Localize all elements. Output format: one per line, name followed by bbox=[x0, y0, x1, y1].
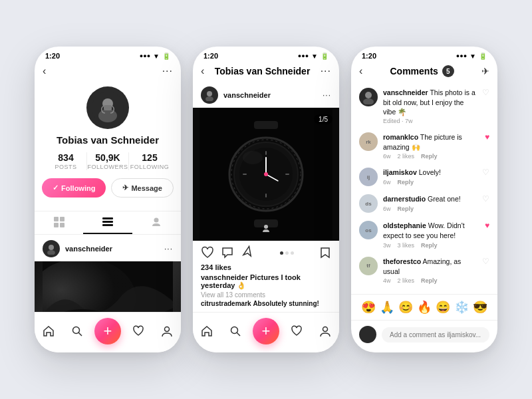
back-button-2[interactable]: ‹ bbox=[201, 65, 204, 77]
comment-avatar-oldstephanie: os bbox=[359, 221, 378, 239]
emoji-cool[interactable]: 😎 bbox=[473, 300, 487, 315]
phones-container: 1:20 ●●● ▼ 🔋 ‹ ··· bbox=[21, 33, 511, 366]
tab-grid[interactable] bbox=[35, 211, 83, 234]
message-button[interactable]: ✈ Message bbox=[111, 178, 173, 198]
comment-avatar-iljamiskov: ij bbox=[359, 168, 378, 186]
svg-point-11 bbox=[154, 218, 159, 223]
nav-profile-1[interactable] bbox=[156, 321, 178, 342]
comment-text-5: oldstephanie Wow. Didn't expect to see y… bbox=[383, 221, 479, 240]
stat-following: 125 FOLLOWING bbox=[129, 152, 170, 170]
dot-3 bbox=[291, 251, 294, 255]
svg-point-39 bbox=[323, 327, 327, 332]
comment-reply-4[interactable]: Reply bbox=[398, 205, 414, 212]
comment-avatar-darnerstudio: ds bbox=[359, 194, 378, 213]
emoji-smile[interactable]: 😊 bbox=[398, 300, 413, 315]
svg-rect-6 bbox=[54, 223, 59, 227]
profile-header: Tobias van Schneider 834 POSTS 50,9K FOL… bbox=[35, 81, 181, 211]
comment-body-6: theforestco Amazing, as usual 4w 2 likes… bbox=[383, 257, 477, 284]
comment-heart-2[interactable]: ♥ bbox=[485, 132, 489, 142]
comment-reply-6[interactable]: Reply bbox=[421, 277, 438, 284]
tab-profile[interactable] bbox=[132, 211, 181, 234]
phone-comments: 1:20 ●●● ▼ 🔋 ‹ Comments 5 ✈ bbox=[351, 47, 497, 352]
comment-heart-5[interactable]: ♥ bbox=[485, 221, 489, 230]
comment-reply-3[interactable]: Reply bbox=[398, 179, 414, 186]
comment-meta-3: 6w Reply bbox=[383, 179, 477, 186]
heart-action-icon[interactable] bbox=[201, 246, 214, 259]
nav-search-1[interactable] bbox=[66, 321, 88, 342]
nav-home-2[interactable] bbox=[196, 321, 217, 342]
svg-point-12 bbox=[49, 245, 54, 250]
comment-body-2: romanklco The picture is amazing 🙌 6w 2 … bbox=[383, 132, 479, 160]
comment-reply-2[interactable]: Reply bbox=[421, 153, 438, 160]
comment-heart-3[interactable]: ♡ bbox=[482, 168, 489, 177]
back-button-1[interactable]: ‹ bbox=[43, 65, 46, 77]
back-button-3[interactable]: ‹ bbox=[359, 65, 362, 77]
svg-point-20 bbox=[205, 96, 213, 101]
comment-heart-1[interactable]: ♡ bbox=[482, 88, 489, 97]
comment-user-3: iljamiskov bbox=[383, 168, 417, 176]
svg-rect-9 bbox=[102, 221, 113, 223]
tab-list[interactable] bbox=[83, 211, 132, 234]
emoji-grin[interactable]: 😄 bbox=[436, 300, 450, 315]
nav-profile-2[interactable] bbox=[315, 321, 336, 342]
comment-item: ds darnerstudio Great one! 6w Reply ♡ bbox=[351, 190, 497, 217]
emoji-snowflake[interactable]: ❄️ bbox=[454, 300, 469, 315]
comment-time-4: 6w bbox=[383, 205, 391, 212]
send-nav-icon[interactable]: ✈ bbox=[481, 66, 489, 76]
emoji-bar: 😍 🙏 😊 🔥 😄 ❄️ 😎 bbox=[351, 294, 497, 320]
signal-icon-1: ●●● bbox=[140, 53, 150, 59]
bookmark-icon[interactable] bbox=[319, 247, 331, 259]
stat-followers-label: FOLLOWERS bbox=[87, 164, 128, 170]
signal-icon-2: ●●● bbox=[298, 53, 309, 59]
comment-likes-6: 2 likes bbox=[398, 277, 415, 284]
nav-home-1[interactable] bbox=[38, 321, 59, 342]
status-icons-3: ●●● ▼ 🔋 bbox=[456, 53, 487, 60]
nav-search-2[interactable] bbox=[225, 321, 246, 342]
status-bar-3: 1:20 ●●● ▼ 🔋 bbox=[351, 47, 497, 63]
send-action-icon[interactable] bbox=[238, 243, 256, 261]
comment-user-1: vanschneider bbox=[383, 88, 428, 96]
nav-heart-1[interactable] bbox=[128, 321, 149, 342]
svg-point-18 bbox=[164, 327, 169, 332]
post-detail-more[interactable]: ··· bbox=[323, 90, 331, 100]
signal-icon-3: ●●● bbox=[456, 53, 467, 59]
post-detail-avatar bbox=[201, 86, 218, 104]
emoji-fire[interactable]: 🔥 bbox=[417, 300, 432, 315]
nav-create-2[interactable]: + bbox=[253, 318, 279, 344]
nav-bar-2: ‹ Tobias van Schneider ··· bbox=[193, 63, 339, 81]
more-options-2[interactable]: ··· bbox=[321, 65, 331, 77]
page-title-3: Comments bbox=[390, 66, 438, 76]
post-detail-user-info: vanschneider bbox=[201, 86, 271, 104]
comment-input-avatar bbox=[359, 326, 376, 343]
svg-rect-7 bbox=[60, 223, 65, 227]
comment-text-3: iljamiskov Lovely! bbox=[383, 168, 477, 178]
comment-meta-6: 4w 2 likes Reply bbox=[383, 277, 477, 284]
emoji-pray[interactable]: 🙏 bbox=[380, 300, 394, 315]
view-comments-link[interactable]: View all 13 comments bbox=[201, 291, 331, 299]
status-time-3: 1:20 bbox=[362, 52, 376, 60]
post-detail-username: vanschneider bbox=[223, 91, 271, 99]
stat-following-label: FOLLOWING bbox=[130, 164, 170, 170]
post-actions-left bbox=[201, 246, 254, 259]
comment-user-5: oldstephanie bbox=[383, 221, 426, 229]
comment-action-icon[interactable] bbox=[221, 246, 234, 259]
comment-heart-4[interactable]: ♡ bbox=[482, 194, 489, 203]
svg-line-38 bbox=[237, 332, 240, 336]
comment-heart-6[interactable]: ♡ bbox=[482, 257, 489, 266]
following-button[interactable]: ✓ Following bbox=[42, 178, 106, 198]
nav-heart-2[interactable] bbox=[286, 321, 307, 342]
nav-bar-3: ‹ Comments 5 ✈ bbox=[351, 63, 497, 81]
post-username: vanschneider bbox=[65, 245, 112, 253]
comment-preview: citrustrademark Absolutely stunning! bbox=[201, 300, 331, 307]
svg-point-41 bbox=[363, 98, 374, 104]
comment-item: os oldstephanie Wow. Didn't expect to se… bbox=[351, 217, 497, 252]
nav-create-1[interactable]: + bbox=[94, 318, 121, 344]
comment-body-3: iljamiskov Lovely! 6w Reply bbox=[383, 168, 477, 186]
comment-meta-4: 6w Reply bbox=[383, 205, 477, 212]
post-image-preview bbox=[35, 261, 181, 312]
comment-reply-5[interactable]: Reply bbox=[421, 242, 438, 249]
comment-input-field[interactable] bbox=[382, 327, 489, 342]
more-options-1[interactable]: ··· bbox=[162, 65, 173, 77]
emoji-heart-eyes[interactable]: 😍 bbox=[361, 300, 376, 315]
post-more-options[interactable]: ··· bbox=[164, 244, 173, 253]
